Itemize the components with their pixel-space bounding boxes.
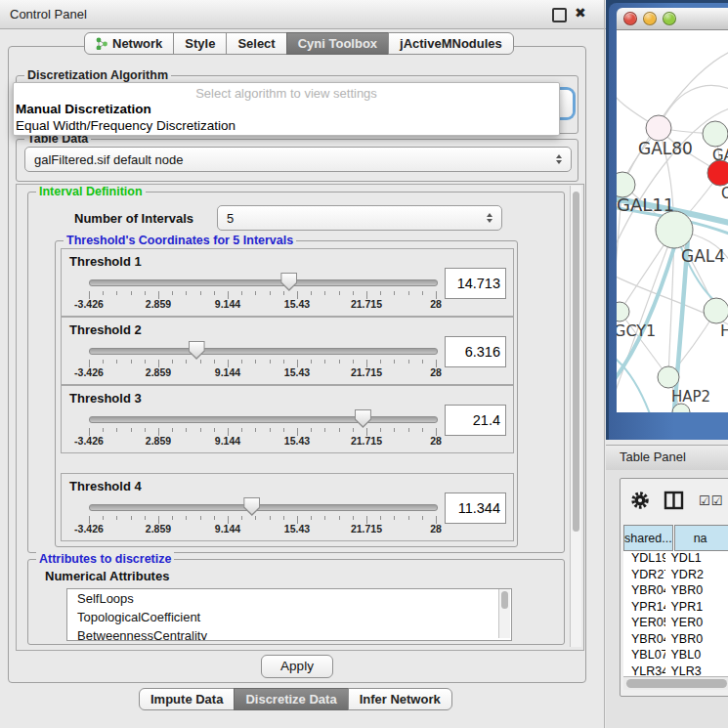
network-node-gal80[interactable] [646, 115, 671, 141]
table-row[interactable]: YBR043CYBR0 [623, 583, 728, 600]
slider-track[interactable] [89, 504, 438, 511]
interval-definition-title: Interval Definition [36, 185, 146, 198]
threshold-value-field[interactable]: 11.344 [445, 492, 506, 524]
network-canvas[interactable]: GAL80GACGAL11GAL4GCY1HHAP2 [617, 30, 728, 412]
menu-item-equal-width-frequency[interactable]: Equal Width/Frequency Discretization [16, 118, 236, 133]
checkboxes-icon[interactable]: ☑☑ [699, 493, 723, 508]
slider-thumb[interactable] [243, 497, 260, 516]
discretization-algorithm-group-title: Discretization Algorithm [24, 68, 171, 82]
threshold-panel-3: Threshold 3-3.4262.8599.14415.4321.71528… [61, 385, 514, 453]
control-panel-tabs: NetworkStyleSelectCyni ToolboxjActiveMNo… [84, 32, 514, 55]
network-window-titlebar[interactable] [617, 8, 728, 30]
algorithm-dropdown-popup: Select algorithm to view settings Manual… [13, 82, 560, 136]
slider-tick-labels: -3.4262.8599.14415.4321.71528 [89, 435, 436, 447]
tab-select[interactable]: Select [226, 32, 286, 55]
table-row[interactable]: YBR045CYBR0 [623, 632, 728, 649]
combo-stepper-icon [556, 154, 562, 164]
close-icon[interactable]: ✖ [575, 5, 586, 21]
attributes-list-scrollbar[interactable] [498, 589, 510, 638]
node-label: GCY1 [617, 321, 656, 340]
table-cell: YBL079W [623, 648, 665, 664]
table-cell: YER054C [623, 616, 665, 632]
slider-tick-labels: -3.4262.8599.14415.4321.71528 [89, 523, 436, 535]
table-row[interactable]: YDL19...YDL1 [623, 551, 728, 568]
tab-discretize-data[interactable]: Discretize Data [234, 688, 348, 710]
table-data-combobox[interactable]: galFiltered.sif default node [24, 147, 572, 172]
numerical-attributes-list[interactable]: SelfLoopsTopologicalCoefficientBetweenne… [66, 588, 512, 641]
tab-jactivemnodules[interactable]: jActiveMNodules [388, 32, 514, 55]
cyni-bottom-tabs: Impute DataDiscretize DataInfer Network [139, 688, 452, 710]
table-cell: YDL19... [623, 551, 665, 568]
control-panel-title: Control Panel [10, 7, 87, 21]
apply-button[interactable]: Apply [261, 655, 333, 678]
column-header[interactable]: shared... [623, 525, 673, 551]
slider-tick-labels: -3.4262.8599.14415.4321.71528 [89, 298, 436, 310]
network-node-h[interactable] [704, 298, 728, 323]
panel-splitter[interactable] [604, 0, 605, 728]
tab-infer-network[interactable]: Infer Network [348, 688, 452, 710]
threshold-value-field[interactable]: 6.316 [445, 336, 506, 367]
network-node-c[interactable] [707, 160, 728, 186]
threshold-label: Threshold 4 [69, 479, 142, 493]
node-table[interactable]: shared...naYDL19...YDL1YDR27...YDR2YBR04… [623, 525, 728, 690]
settings-gear-icon[interactable] [630, 491, 650, 510]
table-cell: YBR043C [623, 583, 665, 600]
network-node-gal4[interactable] [656, 211, 693, 248]
column-header[interactable]: na [674, 525, 728, 551]
slider-tick-labels: -3.4262.8599.14415.4321.71528 [89, 366, 436, 378]
threshold-panel-4: Threshold 4-3.4262.8599.14415.4321.71528… [61, 473, 514, 541]
threshold-label: Threshold 3 [69, 391, 142, 406]
table-row[interactable]: YER054CYER0 [623, 616, 728, 632]
table-row[interactable]: YPR145WYPR1 [623, 600, 728, 617]
slider-track[interactable] [89, 416, 438, 423]
tab-label: Cyni Toolbox [298, 33, 377, 54]
list-item[interactable]: BetweennessCentrality [67, 626, 511, 641]
table-cell: YBL0 [665, 648, 728, 664]
tab-network[interactable]: Network [84, 32, 174, 55]
control-panel-titlebar [0, 0, 606, 29]
network-node-hap2[interactable] [658, 366, 679, 388]
slider-thumb[interactable] [280, 273, 297, 291]
table-cell: YBR0 [665, 583, 728, 600]
table-row[interactable]: YBL079WYBL0 [623, 648, 728, 664]
threshold-label: Threshold 2 [69, 322, 142, 337]
table-cell: YDR2 [665, 568, 728, 584]
slider-thumb[interactable] [189, 341, 205, 360]
list-item[interactable]: SelfLoops [67, 589, 511, 608]
close-light[interactable] [623, 12, 637, 25]
tab-cyni-toolbox[interactable]: Cyni Toolbox [286, 32, 389, 55]
node-label: H [720, 321, 728, 340]
tab-label: Impute Data [150, 689, 223, 709]
network-node-ga[interactable] [703, 121, 728, 147]
node-label: GAL4 [681, 246, 725, 266]
table-horizontal-scrollbar[interactable] [623, 676, 728, 690]
zoom-light[interactable] [663, 12, 676, 25]
slider-track[interactable] [89, 279, 438, 286]
slider-thumb[interactable] [355, 409, 371, 428]
table-cell: YER0 [665, 616, 728, 632]
threshold-value-field[interactable]: 14.713 [445, 268, 506, 299]
table-toolbar: ☑☑ [621, 481, 728, 520]
menu-item-manual-discretization[interactable]: Manual Discretization [16, 102, 151, 116]
threshold-value-field[interactable]: 21.4 [445, 405, 506, 436]
vertical-scrollbar[interactable] [570, 186, 581, 647]
tab-impute-data[interactable]: Impute Data [139, 688, 235, 710]
attributes-group-title: Attributes to discretize [36, 552, 174, 566]
network-edge-thick[interactable] [617, 356, 652, 412]
table-data-combobox-value: galFiltered.sif default node [34, 152, 550, 167]
list-item[interactable]: TopologicalCoefficient [67, 608, 511, 626]
table-cell: YPR145W [623, 600, 665, 617]
table-cell: YDR27... [623, 568, 665, 584]
float-window-icon[interactable] [552, 8, 567, 22]
network-node-gcy1[interactable] [617, 302, 629, 321]
network-view-window: GAL80GACGAL11GAL4GCY1HHAP2 [609, 3, 728, 440]
split-view-icon[interactable] [664, 491, 685, 510]
tab-label: Style [185, 33, 215, 54]
combo-stepper-icon [487, 213, 492, 223]
tab-style[interactable]: Style [173, 32, 227, 55]
table-cell: YBR045C [623, 632, 665, 649]
minimize-light[interactable] [643, 12, 657, 25]
slider-track[interactable] [89, 348, 438, 355]
table-row[interactable]: YDR27...YDR2 [623, 568, 728, 584]
number-of-intervals-combobox[interactable]: 5 [217, 205, 502, 231]
